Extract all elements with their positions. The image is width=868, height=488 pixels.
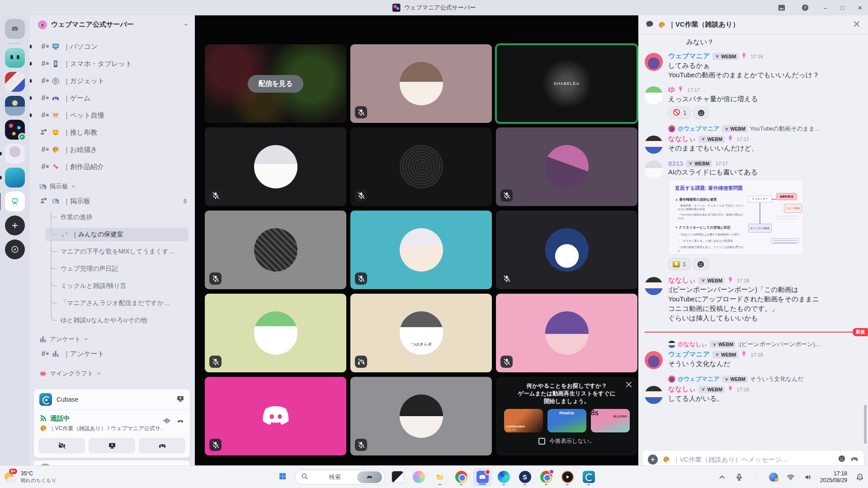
- chrome-profile-button[interactable]: [537, 468, 555, 486]
- server-news-icon[interactable]: [5, 96, 25, 116]
- thread-item[interactable]: 作業の進捗: [45, 211, 191, 224]
- video-tile-green-cap-boy[interactable]: [205, 294, 346, 372]
- windows-start-button[interactable]: [274, 468, 292, 486]
- task-view-button[interactable]: [388, 468, 406, 486]
- game-card-poxel[interactable]: Poxel.io: [547, 409, 586, 432]
- server-teal-blob-icon[interactable]: [5, 48, 25, 68]
- category-掲示板[interactable]: 掲示板: [34, 180, 191, 193]
- reply-context[interactable]: @ななしぃWEBM;(ピーンポーンパーンポーン)…: [668, 340, 861, 348]
- tray-x-icon[interactable]: ✕: [751, 473, 761, 481]
- file-explorer-button[interactable]: [431, 468, 449, 486]
- search-box-button[interactable]: 検索: [295, 468, 385, 486]
- channel-item[interactable]: #｜スマホ・タブレット: [34, 56, 191, 71]
- chrome-button[interactable]: [452, 468, 470, 486]
- thread-item[interactable]: ｜みんなの保健室: [45, 228, 189, 241]
- video-tile-navy-laugh[interactable]: [496, 211, 637, 289]
- close-icon[interactable]: [625, 380, 633, 390]
- cubase-button[interactable]: [580, 468, 598, 486]
- video-tile-dark-disc[interactable]: [350, 127, 492, 206]
- channel-item[interactable]: #｜お絵描き: [34, 142, 191, 157]
- server-anime-girl-icon[interactable]: [5, 144, 25, 164]
- channel-item[interactable]: #｜ガジェット: [34, 73, 191, 89]
- discord-home-icon[interactable]: [5, 19, 25, 39]
- noise-suppression-icon[interactable]: [163, 417, 171, 427]
- reply-context[interactable]: @ウェブマニアWEBMそういう文化なんだ: [668, 375, 861, 383]
- server-miku-icon[interactable]: [5, 168, 25, 188]
- dont-show-again-checkbox[interactable]: 今後表示しない。: [538, 437, 595, 445]
- video-tile-drawn-boy[interactable]: つゆきら本: [350, 294, 492, 372]
- channel-item[interactable]: #｜ゲーム: [34, 90, 191, 106]
- inbox-icon[interactable]: [777, 3, 787, 13]
- tray-app-sphere-icon[interactable]: [769, 473, 778, 482]
- camera-toggle-button[interactable]: [38, 438, 85, 453]
- video-tile-black-hair-woman[interactable]: [350, 377, 492, 455]
- server-art-icon[interactable]: [5, 192, 25, 211]
- stream-activity-icon[interactable]: [176, 394, 184, 404]
- minimize-button[interactable]: –: [824, 5, 827, 11]
- video-tile-dark-pattern[interactable]: [205, 211, 346, 289]
- video-tile-shabelea[interactable]: SHABELEA: [496, 44, 637, 123]
- game-card-blazing[interactable]: BLAZING8s: [591, 409, 630, 432]
- close-icon[interactable]: [853, 20, 861, 30]
- video-tile-catgirl-white[interactable]: [205, 127, 346, 206]
- username[interactable]: 8313: [668, 160, 683, 167]
- reply-context[interactable]: @ウェブマニアWEBMYouTubeの動画そのまま…: [668, 125, 861, 133]
- attachment-slide-image[interactable]: 直面する課題: 著作権侵害問題▲ 著作権侵害の深刻な被害・動画内容、タイトル、サ…: [668, 180, 804, 255]
- watch-stream-button[interactable]: 配信を見る: [248, 75, 304, 93]
- close-button[interactable]: ✕: [858, 5, 863, 11]
- channel-item[interactable]: #｜ペット自慢: [34, 108, 191, 123]
- media-player-button[interactable]: [558, 468, 576, 486]
- voice-access-mic-icon[interactable]: [734, 473, 744, 481]
- username[interactable]: ななしぃ: [668, 385, 696, 394]
- disconnect-call-icon[interactable]: [176, 417, 184, 427]
- emoji-picker-icon[interactable]: [838, 455, 846, 465]
- category-アンケート[interactable]: アンケート: [34, 333, 191, 346]
- maximize-button[interactable]: □: [840, 5, 844, 11]
- edge-button[interactable]: [495, 468, 513, 486]
- channel-item[interactable]: ｜掲示板5: [34, 193, 191, 209]
- copilot-button[interactable]: [410, 468, 428, 486]
- checkbox-icon[interactable]: [538, 438, 545, 445]
- discord-button[interactable]: [473, 468, 491, 486]
- channel-item[interactable]: ｜推し布教: [34, 125, 191, 140]
- thread-item[interactable]: ミックルと雑談/独り言: [45, 279, 191, 293]
- explore-servers-button[interactable]: [5, 239, 25, 259]
- video-tile-discord-logo[interactable]: [205, 377, 346, 455]
- help-icon[interactable]: ?: [800, 3, 810, 13]
- scrollbar[interactable]: [864, 405, 867, 444]
- server-game-icon[interactable]: [5, 72, 25, 92]
- thread-item[interactable]: 「マニアさんラジオ配信まだですか…: [45, 296, 191, 310]
- reaction-pill[interactable]: 1: [668, 107, 691, 119]
- search-input[interactable]: 検索: [295, 470, 385, 484]
- notification-bell-icon[interactable]: z: [854, 473, 865, 481]
- reaction-pill[interactable]: 草1: [668, 258, 690, 270]
- username[interactable]: ななしぃ: [668, 135, 696, 143]
- add-server-button[interactable]: [5, 216, 25, 235]
- add-reaction-button[interactable]: [693, 258, 708, 270]
- thread-item[interactable]: ウェブ完理の声日記: [45, 262, 191, 276]
- activities-button[interactable]: [139, 438, 185, 453]
- app-s-button[interactable]: S: [516, 468, 534, 486]
- add-reaction-button[interactable]: [693, 107, 709, 119]
- username[interactable]: ななしぃ: [668, 276, 696, 285]
- clock[interactable]: 17:18 2025/08/29: [820, 470, 847, 484]
- weather-widget[interactable]: 9+ 35°C 晴れのちくもり: [4, 470, 57, 484]
- thread-item[interactable]: ゆと雑談∪なんかやろ∪その他: [45, 314, 191, 327]
- game-card-codenames[interactable]: CODENAMESONLINE: [504, 409, 543, 432]
- username[interactable]: ウェブマニア: [668, 350, 710, 359]
- video-tile-catgirl-brown[interactable]: [350, 44, 492, 123]
- thread-item[interactable]: マニアの下手な歌をMIXしてうまくす…: [45, 245, 191, 258]
- wifi-icon[interactable]: [786, 473, 796, 481]
- server-header[interactable]: ウェブマニア公式サーバー: [30, 15, 195, 34]
- channel-item[interactable]: #｜創作品紹介: [34, 159, 191, 174]
- screenshare-button[interactable]: [89, 438, 135, 453]
- voice-channel-path[interactable]: ｜VC作業（雑談あり） / ウェブマニア公式サ…: [39, 424, 163, 432]
- channel-item[interactable]: #｜パソコン: [34, 39, 191, 54]
- gift-activities-icon[interactable]: [850, 455, 859, 465]
- username[interactable]: ウェブマニア: [668, 52, 710, 61]
- channel-item[interactable]: #｜アンケート: [34, 346, 191, 361]
- video-tile-pink-hair[interactable]: [496, 127, 637, 206]
- username[interactable]: ゆ: [668, 85, 675, 94]
- video-tile-purple-spark[interactable]: [496, 294, 637, 372]
- attach-plus-icon[interactable]: [648, 455, 658, 465]
